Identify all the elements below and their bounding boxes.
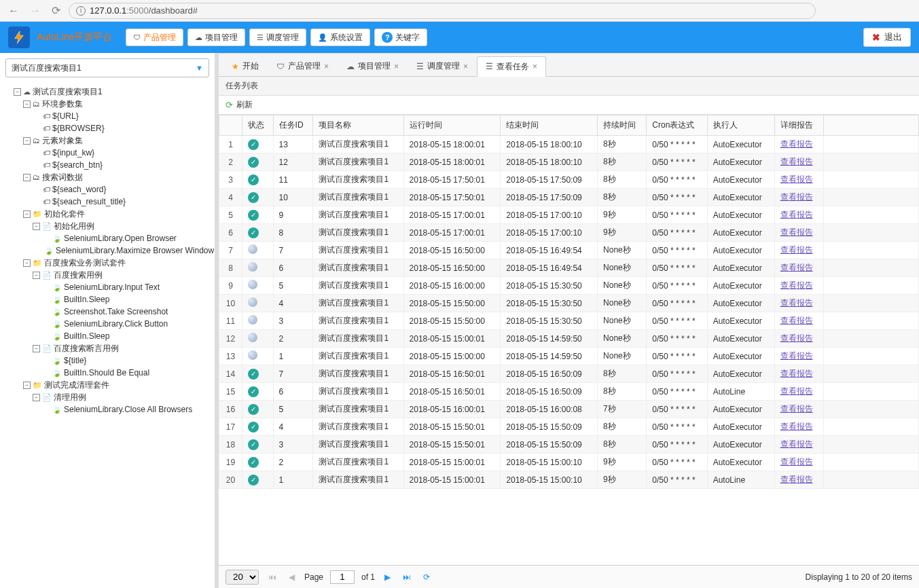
first-page-icon[interactable]: ⏮ <box>266 572 279 582</box>
close-icon[interactable]: × <box>463 62 468 71</box>
tree-item[interactable]: 🍃SeleniumLibrary.Click Button <box>4 318 211 330</box>
tab-view-task[interactable]: ☰查看任务× <box>477 56 546 77</box>
tree-item[interactable]: 🍃BuiltIn.Sleep <box>4 293 211 306</box>
view-report-link[interactable]: 查看报告 <box>780 386 813 396</box>
tree-item[interactable]: 🍃BuiltIn.Sleep <box>4 330 211 342</box>
page-input[interactable] <box>330 570 355 584</box>
table-row[interactable]: 131测试百度搜索项目12018-05-15 15:00:002018-05-1… <box>219 348 919 365</box>
tree-item[interactable]: 🍃${title} <box>4 354 211 367</box>
tree-item[interactable]: −🗂环境参数集 <box>4 98 211 110</box>
tree-item[interactable]: −🗂元素对象集 <box>4 134 211 147</box>
view-report-link[interactable]: 查看报告 <box>780 157 813 166</box>
last-page-icon[interactable]: ⏭ <box>400 572 414 582</box>
table-row[interactable]: 104测试百度搜索项目12018-05-15 15:50:002018-05-1… <box>219 295 919 312</box>
tree-item[interactable]: −🗂搜索词数据 <box>4 171 211 183</box>
tree-item[interactable]: −☁测试百度搜索项目1 <box>4 86 211 98</box>
table-row[interactable]: 14✓7测试百度搜索项目12018-05-15 16:50:012018-05-… <box>219 365 919 383</box>
view-report-link[interactable]: 查看报告 <box>780 439 813 449</box>
tree-item[interactable]: 🏷${input_kw} <box>4 147 211 159</box>
reload-icon[interactable]: ⟳ <box>49 4 63 17</box>
view-report-link[interactable]: 查看报告 <box>780 174 813 184</box>
table-row[interactable]: 16✓5测试百度搜索项目12018-05-15 16:00:012018-05-… <box>219 401 919 418</box>
view-report-link[interactable]: 查看报告 <box>780 333 813 343</box>
view-report-link[interactable]: 查看报告 <box>780 422 813 431</box>
view-report-link[interactable]: 查看报告 <box>780 404 813 414</box>
table-row[interactable]: 113测试百度搜索项目12018-05-15 15:50:002018-05-1… <box>219 312 919 330</box>
view-report-link[interactable]: 查看报告 <box>780 245 813 255</box>
col-report[interactable]: 详细报告 <box>774 115 823 136</box>
tree-item[interactable]: 🏷${URL} <box>4 110 211 122</box>
tree-item[interactable]: −📄初始化用例 <box>4 220 211 232</box>
tree-item[interactable]: 🍃Screenshot.Take Screenshot <box>4 306 211 318</box>
tab-schedule[interactable]: ☰调度管理× <box>408 56 477 76</box>
forward-icon[interactable]: → <box>27 5 43 17</box>
tree-item[interactable]: −📁初始化套件 <box>4 208 211 220</box>
nav-project[interactable]: ☁项目管理 <box>187 29 245 46</box>
logout-button[interactable]: ✖退出 <box>863 28 911 47</box>
tab-start[interactable]: ★开始 <box>223 56 268 76</box>
nav-schedule[interactable]: ☰调度管理 <box>249 29 306 46</box>
view-report-link[interactable]: 查看报告 <box>780 227 813 237</box>
tree-item[interactable]: 🏷${seach_word} <box>4 183 211 196</box>
view-report-link[interactable]: 查看报告 <box>780 457 813 466</box>
tree-item[interactable]: 🏷${seach_result_title} <box>4 196 211 208</box>
table-row[interactable]: 18✓3测试百度搜索项目12018-05-15 15:50:012018-05-… <box>219 436 919 454</box>
next-page-icon[interactable]: ▶ <box>382 572 393 582</box>
col-run-time[interactable]: 运行时间 <box>403 115 501 136</box>
table-row[interactable]: 17✓4测试百度搜索项目12018-05-15 15:50:012018-05-… <box>219 418 919 436</box>
nav-product[interactable]: 🛡产品管理 <box>126 29 183 46</box>
view-report-link[interactable]: 查看报告 <box>780 475 813 484</box>
tree-item[interactable]: 🏷${search_btn} <box>4 159 211 171</box>
tree-item[interactable]: 🍃SeleniumLibrary.Close All Browsers <box>4 403 211 416</box>
nav-keyword[interactable]: ?关键字 <box>374 29 427 46</box>
table-row[interactable]: 15✓6测试百度搜索项目12018-05-15 16:50:012018-05-… <box>219 383 919 401</box>
tree-item[interactable]: −📄百度搜索用例 <box>4 269 211 281</box>
view-report-link[interactable]: 查看报告 <box>780 139 813 149</box>
table-row[interactable]: 1✓13测试百度搜索项目12018-05-15 18:00:012018-05-… <box>219 136 919 153</box>
table-row[interactable]: 20✓1测试百度搜索项目12018-05-15 15:00:012018-05-… <box>219 471 919 489</box>
reload-icon[interactable]: ⟳ <box>420 572 433 582</box>
col-project[interactable]: 项目名称 <box>313 115 403 136</box>
table-row[interactable]: 5✓9测试百度搜索项目12018-05-15 17:00:012018-05-1… <box>219 206 919 224</box>
table-row[interactable]: 122测试百度搜索项目12018-05-15 15:00:012018-05-1… <box>219 330 919 348</box>
table-row[interactable]: 77测试百度搜索项目12018-05-15 16:50:002018-05-15… <box>219 242 919 259</box>
tree-item[interactable]: −📄清理用例 <box>4 391 211 403</box>
col-end-time[interactable]: 结束时间 <box>501 115 598 136</box>
view-report-link[interactable]: 查看报告 <box>780 280 813 290</box>
view-report-link[interactable]: 查看报告 <box>780 263 813 272</box>
col-task-id[interactable]: 任务ID <box>273 115 313 136</box>
tree-item[interactable]: 🏷${BROWSER} <box>4 122 211 134</box>
close-icon[interactable]: × <box>394 62 399 71</box>
tree-item[interactable]: 🍃SeleniumLibrary.Open Browser <box>4 232 211 244</box>
tree-item[interactable]: 🍃BuiltIn.Should Be Equal <box>4 367 211 379</box>
table-row[interactable]: 2✓12测试百度搜索项目12018-05-15 18:00:012018-05-… <box>219 153 919 171</box>
tree-item[interactable]: −📁测试完成清理套件 <box>4 379 211 391</box>
tab-product[interactable]: 🛡产品管理× <box>268 56 338 76</box>
refresh-label[interactable]: 刷新 <box>236 99 253 111</box>
view-report-link[interactable]: 查看报告 <box>780 351 813 361</box>
view-report-link[interactable]: 查看报告 <box>780 316 813 325</box>
tree-item[interactable]: 🍃SeleniumLibrary.Maximize Browser Window <box>4 244 211 257</box>
view-report-link[interactable]: 查看报告 <box>780 192 813 202</box>
tree-item[interactable]: −📁百度搜索业务测试套件 <box>4 257 211 269</box>
table-row[interactable]: 4✓10测试百度搜索项目12018-05-15 17:50:012018-05-… <box>219 189 919 206</box>
table-row[interactable]: 19✓2测试百度搜索项目12018-05-15 15:00:012018-05-… <box>219 454 919 471</box>
page-size-select[interactable]: 20 <box>226 570 259 585</box>
project-combo[interactable]: 测试百度搜索项目1 ▼ <box>5 58 209 77</box>
table-row[interactable]: 86测试百度搜索项目12018-05-15 16:50:002018-05-15… <box>219 259 919 277</box>
col-executor[interactable]: 执行人 <box>707 115 774 136</box>
table-row[interactable]: 6✓8测试百度搜索项目12018-05-15 17:00:012018-05-1… <box>219 224 919 242</box>
tree-item[interactable]: −📄百度搜索断言用例 <box>4 342 211 354</box>
table-row[interactable]: 95测试百度搜索项目12018-05-15 16:00:002018-05-15… <box>219 277 919 295</box>
close-icon[interactable]: × <box>324 62 329 71</box>
table-row[interactable]: 3✓11测试百度搜索项目12018-05-15 17:50:012018-05-… <box>219 171 919 189</box>
view-report-link[interactable]: 查看报告 <box>780 369 813 378</box>
refresh-icon[interactable]: ⟳ <box>226 100 233 110</box>
col-cron[interactable]: Cron表达式 <box>647 115 707 136</box>
col-duration[interactable]: 持续时间 <box>598 115 647 136</box>
back-icon[interactable]: ← <box>5 5 22 17</box>
tree-item[interactable]: 🍃SeleniumLibrary.Input Text <box>4 281 211 293</box>
close-icon[interactable]: × <box>533 62 537 71</box>
url-bar[interactable]: i 127.0.0.1:5000/dashboard# <box>69 3 816 19</box>
prev-page-icon[interactable]: ◀ <box>286 572 298 582</box>
